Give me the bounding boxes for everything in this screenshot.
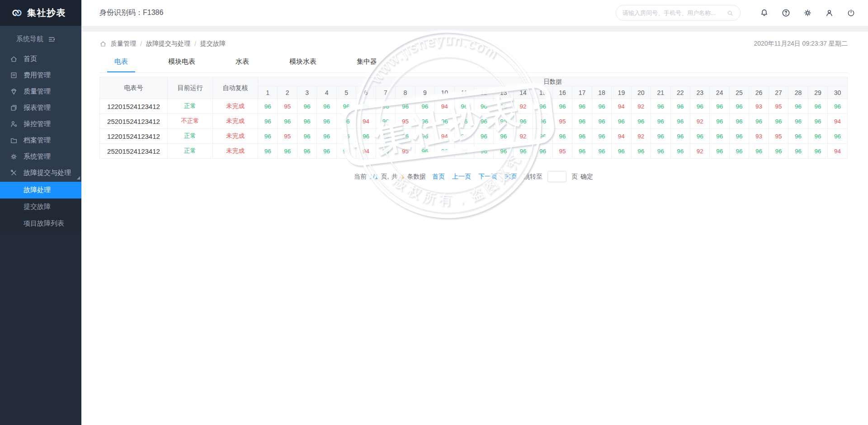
day-value-cell: 96 <box>415 99 434 114</box>
sidebar-item-label: 费用管理 <box>24 71 51 80</box>
day-value-cell: 96 <box>513 114 533 129</box>
sidebar-item-fee[interactable]: 费用管理 <box>0 67 81 83</box>
column-header: 目前运行 <box>168 77 213 99</box>
day-value-cell: 94 <box>435 129 454 144</box>
breadcrumb-item[interactable]: 提交故障 <box>200 40 226 48</box>
day-header: 21 <box>651 86 670 99</box>
day-header: 7 <box>376 86 395 99</box>
home-icon[interactable] <box>99 40 107 47</box>
status-cell: 正常 <box>168 129 213 144</box>
breadcrumb: 质量管理/故障提交与处理/提交故障 2020年11月24日 09:23:37 星… <box>99 40 848 48</box>
day-value-cell: 96 <box>474 114 493 129</box>
breadcrumb-item[interactable]: 质量管理 <box>111 40 136 48</box>
first-page-link[interactable]: 首页 <box>432 173 445 181</box>
day-value-cell: 96 <box>749 144 769 159</box>
sidebar-item-system[interactable]: 系统管理 <box>0 148 81 165</box>
day-value-cell: 96 <box>376 144 395 159</box>
confirm-button[interactable]: 确定 <box>580 173 593 181</box>
tab-模块电表[interactable]: 模块电表 <box>161 55 203 72</box>
search-input[interactable] <box>623 9 726 16</box>
archive-icon <box>10 137 18 144</box>
day-value-cell: 96 <box>435 144 454 159</box>
day-header: 11 <box>454 86 474 99</box>
day-value-cell: 96 <box>533 99 552 114</box>
review-cell: 未完成 <box>213 114 258 129</box>
tab-模块水表[interactable]: 模块水表 <box>282 55 324 72</box>
sidebar-item-quality[interactable]: 质量管理 <box>0 83 81 99</box>
sidebar-item-home[interactable]: 首页 <box>0 51 81 67</box>
help-button[interactable] <box>775 0 797 26</box>
identity-code-label: 身份识别码：F1386 <box>99 8 163 18</box>
total-prefix: 共 <box>392 173 398 181</box>
sidebar-item-archive[interactable]: 档案管理 <box>0 132 81 148</box>
day-value-cell: 96 <box>769 144 788 159</box>
prev-page-link[interactable]: 上一页 <box>452 173 471 181</box>
next-page-link[interactable]: 下一页 <box>478 173 497 181</box>
day-value-cell: 96 <box>651 144 670 159</box>
app-logo[interactable]: 集社抄表 <box>0 0 81 26</box>
day-header: 8 <box>396 86 415 99</box>
day-value-cell: 93 <box>749 129 769 144</box>
day-value-cell: 92 <box>631 129 651 144</box>
day-value-cell: 96 <box>572 129 592 144</box>
day-header: 6 <box>356 86 376 99</box>
settings-button[interactable] <box>797 0 818 26</box>
day-value-cell: 96 <box>710 114 729 129</box>
review-cell: 未完成 <box>213 99 258 114</box>
collapse-menu-icon[interactable] <box>48 36 55 43</box>
power-button[interactable] <box>840 0 862 26</box>
day-header: 20 <box>631 86 651 99</box>
day-value-cell: 96 <box>651 99 670 114</box>
expand-corner-icon <box>77 176 80 179</box>
day-header: 25 <box>729 86 749 99</box>
tab-bar: 电表模块电表水表模块水表集中器 <box>99 55 848 73</box>
day-value-cell: 96 <box>474 129 493 144</box>
sidebar-item-fault[interactable]: 故障提交与处理 <box>0 165 81 181</box>
tab-集中器[interactable]: 集中器 <box>349 55 384 72</box>
pagination: 当前1/1页,共4条数据首页上一页下一页末页跳转至页确定 <box>99 171 848 182</box>
nav-section: 系统导航 首页费用管理质量管理报表管理操控管理档案管理系统管理故障提交与处理 <box>0 26 81 182</box>
nav-header: 系统导航 <box>0 32 81 51</box>
nav-list: 首页费用管理质量管理报表管理操控管理档案管理系统管理故障提交与处理 <box>0 51 81 181</box>
day-value-cell: 95 <box>552 144 572 159</box>
sidebar-item-label: 质量管理 <box>24 87 51 96</box>
meter-data-table: 电表号目前运行自动复核日数据12345678910111213141516171… <box>99 77 848 159</box>
sidebar-item-control[interactable]: 操控管理 <box>0 116 81 132</box>
meter-no-cell: 25201524123412 <box>100 144 168 159</box>
day-value-cell: 96 <box>729 144 749 159</box>
breadcrumb-item[interactable]: 故障提交与处理 <box>146 40 190 48</box>
column-header: 电表号 <box>100 77 168 99</box>
user-button[interactable] <box>818 0 840 26</box>
submenu-item-fault-handle[interactable]: 故障处理 <box>0 182 81 198</box>
page-jump-input[interactable] <box>547 171 566 182</box>
day-value-cell: 96 <box>592 129 611 144</box>
submenu-item-fault-submit[interactable]: 提交故障 <box>0 198 81 215</box>
submenu-item-label: 项目故障列表 <box>24 219 64 228</box>
last-page-link[interactable]: 末页 <box>505 173 517 181</box>
submenu-item-fault-list[interactable]: 项目故障列表 <box>0 215 81 232</box>
sidebar-item-report[interactable]: 报表管理 <box>0 99 81 116</box>
day-value-cell: 96 <box>454 114 474 129</box>
page-unit: 页, <box>381 173 389 181</box>
day-header: 29 <box>808 86 827 99</box>
page-indicator: 1/1 <box>369 173 378 180</box>
power-icon <box>846 8 856 18</box>
day-value-cell: 96 <box>297 99 316 114</box>
day-value-cell: 96 <box>297 129 316 144</box>
day-value-cell: 96 <box>454 129 474 144</box>
tab-水表[interactable]: 水表 <box>228 55 256 72</box>
bell-icon <box>760 8 769 18</box>
jump-unit: 页 <box>571 173 578 181</box>
tab-电表[interactable]: 电表 <box>107 55 135 72</box>
report-icon <box>10 104 18 112</box>
day-value-cell: 96 <box>769 114 788 129</box>
meter-no-cell: 12201524123412 <box>100 99 168 114</box>
day-header: 2 <box>278 86 297 99</box>
bell-button[interactable] <box>753 0 775 26</box>
search-icon[interactable] <box>726 9 734 17</box>
day-header: 10 <box>435 86 454 99</box>
status-cell: 正常 <box>168 99 213 114</box>
day-value-cell: 96 <box>651 129 670 144</box>
day-value-cell: 96 <box>376 114 395 129</box>
day-header: 14 <box>513 86 533 99</box>
